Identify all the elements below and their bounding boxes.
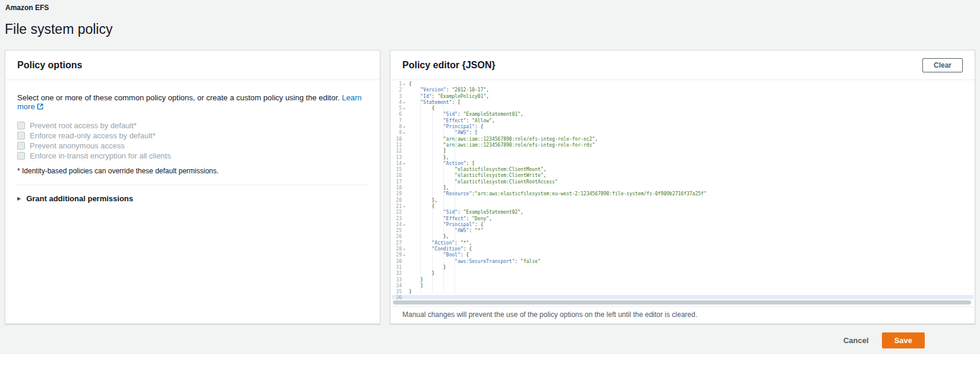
line-number: 8▾: [392, 124, 407, 130]
code-line: ]: [409, 148, 973, 154]
line-number: 27: [392, 240, 407, 246]
policy-editor-panel: Policy editor {JSON} Clear 1▾234▾5▾678▾9…: [390, 50, 975, 324]
line-number: 11: [392, 142, 407, 148]
code-line: {: [409, 106, 973, 112]
code-line: "aws:SecureTransport": "false": [409, 259, 973, 265]
policy-options-body: Select one or more of these common polic…: [5, 80, 380, 215]
footer-actions: Cancel Save: [839, 332, 925, 348]
policy-option-row: Prevent root access by default*: [17, 121, 368, 131]
editor-scroll-area: 1▾234▾5▾678▾9▾1011121314▾15161718192021▾…: [392, 81, 973, 299]
line-number: 17: [392, 179, 407, 185]
code-line: },: [409, 198, 973, 204]
policy-options-list: Prevent root access by default*Enforce r…: [17, 121, 368, 161]
line-number: 35: [392, 289, 407, 295]
code-line: "Version": "2012-10-17",: [409, 87, 973, 93]
code-line: "Bool": {: [409, 252, 973, 258]
editor-code[interactable]: { "Version": "2012-10-17", "Id": "Exampl…: [407, 81, 973, 299]
fold-arrow-icon[interactable]: ▾: [402, 106, 407, 112]
editor-horizontal-scrollbar[interactable]: [393, 300, 971, 305]
checkbox[interactable]: [17, 122, 25, 129]
code-line: "Action": "*",: [409, 240, 973, 246]
content-area: Policy options Select one or more of the…: [5, 50, 975, 324]
checkbox-label: Prevent root access by default*: [30, 121, 137, 130]
code-line: [407, 295, 973, 299]
expander-label: Grant additional permissions: [26, 194, 133, 203]
policy-options-footnote: * Identity-based policies can override t…: [17, 167, 368, 175]
line-number: 32: [392, 271, 407, 277]
code-line: {: [409, 81, 973, 87]
line-number: 25: [392, 228, 407, 234]
policy-option-row: Prevent anonymous access: [17, 141, 368, 151]
line-number: 23: [392, 216, 407, 222]
policy-options-panel: Policy options Select one or more of the…: [5, 50, 380, 324]
policy-options-description: Select one or more of these common polic…: [17, 93, 368, 111]
fold-arrow-icon[interactable]: ▾: [402, 100, 407, 106]
fold-arrow-icon[interactable]: ▾: [402, 204, 407, 210]
line-number: 6: [392, 112, 407, 118]
line-number: 29▾: [392, 252, 407, 258]
line-number: 20: [392, 198, 407, 204]
code-line: "Statement": [: [409, 100, 973, 106]
code-line: "elasticfilesystem:ClientRootAccess": [409, 179, 973, 185]
json-editor[interactable]: 1▾234▾5▾678▾9▾1011121314▾15161718192021▾…: [390, 80, 975, 306]
code-line: }: [409, 289, 973, 295]
checkbox[interactable]: [17, 142, 25, 150]
external-link-icon: [37, 103, 43, 110]
code-line: }: [409, 277, 973, 283]
code-line: "arn:aws:iam::1234567890:role/efs-integ-…: [409, 137, 973, 142]
line-number: 31: [392, 265, 407, 271]
code-line: }: [409, 271, 973, 277]
editor-gutter: 1▾234▾5▾678▾9▾1011121314▾15161718192021▾…: [392, 81, 407, 299]
line-number: 2: [392, 87, 407, 93]
line-number: 7: [392, 118, 407, 124]
line-number: 22: [392, 210, 407, 215]
fold-arrow-icon[interactable]: ▾: [402, 81, 407, 87]
fold-arrow-icon[interactable]: ▾: [402, 252, 407, 258]
code-line: },: [409, 155, 973, 161]
code-line: ],: [409, 185, 973, 191]
line-number: 21▾: [392, 204, 407, 210]
policy-option-row: Enforce read-only access by default*: [17, 131, 368, 141]
code-line: ]: [409, 283, 973, 289]
code-line: "Principal": {: [409, 124, 973, 130]
code-line: {: [409, 204, 973, 210]
line-number: 36: [392, 295, 407, 299]
line-number: 9▾: [392, 130, 407, 136]
fold-arrow-icon[interactable]: ▾: [402, 130, 407, 136]
chevron-right-icon: ▶: [17, 196, 21, 201]
code-line: },: [409, 234, 973, 240]
code-line: "Resource":"arn:aws:elasticfilesystem:eu…: [409, 191, 973, 197]
fold-arrow-icon[interactable]: ▾: [402, 222, 407, 228]
code-line: "Condition": {: [409, 246, 973, 252]
line-number: 26: [392, 234, 407, 240]
line-number: 13: [392, 155, 407, 161]
code-line: "Effect": "Allow",: [409, 118, 973, 124]
checkbox-label: Prevent anonymous access: [30, 141, 125, 150]
line-number: 19: [392, 191, 407, 197]
code-line: "Effect": "Deny",: [409, 216, 973, 222]
line-number: 3: [392, 94, 407, 100]
checkbox[interactable]: [17, 152, 25, 160]
description-text: Select one or more of these common polic…: [17, 93, 340, 102]
breadcrumb[interactable]: Amazon EFS: [5, 4, 49, 12]
checkbox[interactable]: [17, 132, 25, 139]
line-number: 4▾: [392, 100, 407, 106]
line-number: 10: [392, 137, 407, 142]
line-number: 28▾: [392, 246, 407, 252]
checkbox-label: Enforce in-transit encryption for all cl…: [30, 151, 171, 160]
save-button[interactable]: Save: [882, 332, 925, 348]
cancel-button[interactable]: Cancel: [839, 333, 874, 348]
clear-button[interactable]: Clear: [922, 58, 963, 72]
fold-arrow-icon[interactable]: ▾: [402, 246, 407, 252]
line-number: 30: [392, 259, 407, 265]
line-number: 12: [392, 148, 407, 154]
policy-options-title: Policy options: [17, 60, 82, 71]
fold-arrow-icon[interactable]: ▾: [402, 161, 407, 167]
line-number: 16: [392, 173, 407, 179]
scrollbar-thumb[interactable]: [393, 300, 971, 305]
fold-arrow-icon[interactable]: ▾: [402, 124, 407, 130]
grant-additional-permissions-expander[interactable]: ▶ Grant additional permissions: [17, 194, 368, 203]
code-line: "Sid": "ExampleStatement01",: [409, 112, 973, 118]
code-line: "Sid": "ExampleStatement02",: [409, 210, 973, 215]
line-number: 18: [392, 185, 407, 191]
